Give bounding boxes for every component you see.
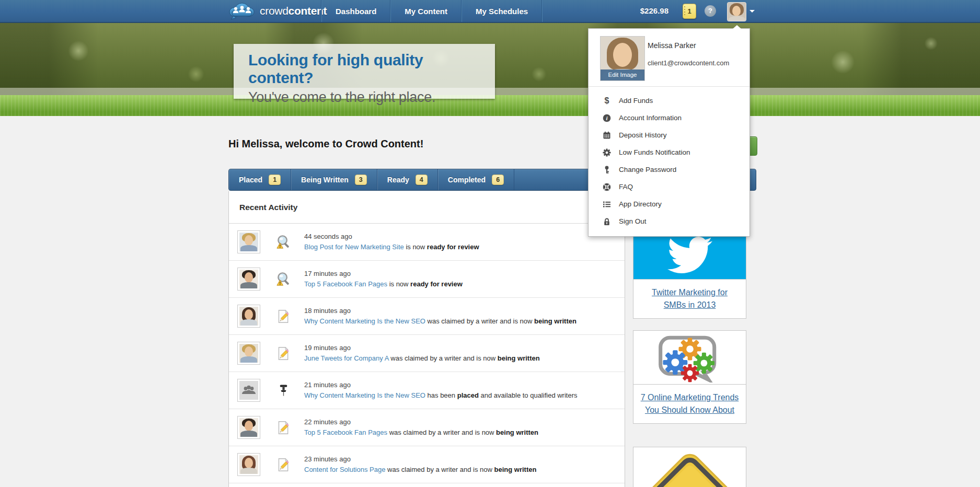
menu-item-faq[interactable]: FAQ	[589, 178, 750, 195]
activity-status: being written	[534, 317, 577, 325]
order-link[interactable]: Top 5 Facebook Fan Pages	[304, 280, 387, 288]
activity-time: 19 minutes ago	[304, 343, 540, 353]
warning-diamond-icon	[633, 447, 746, 487]
avatar	[237, 305, 260, 328]
avatar-placeholder	[237, 379, 260, 402]
being-written-icon	[273, 309, 294, 324]
activity-time: 44 seconds ago	[304, 232, 479, 241]
activity-time: 17 minutes ago	[304, 269, 463, 279]
promo-card-warning	[633, 447, 746, 487]
activity-row: 18 minutes ago Why Content Marketing Is …	[229, 298, 625, 335]
activity-middle: is now	[389, 280, 409, 288]
user-email: client1@crowdcontent.com	[648, 59, 729, 67]
chevron-down-icon[interactable]	[750, 10, 755, 13]
user-avatar[interactable]	[727, 2, 746, 21]
menu-item-sign-out[interactable]: Sign Out	[589, 213, 750, 230]
menu-item-add-funds[interactable]: $ Add Funds	[589, 92, 750, 109]
activity-row: 23 minutes ago Content for Solutions Pag…	[229, 446, 625, 483]
cloud-logo-icon	[228, 2, 256, 20]
activity-row: 44 seconds ago Blog Post for New Marketi…	[229, 224, 625, 261]
activity-text: 19 minutes ago June Tweets for Company A…	[304, 343, 540, 363]
activity-row: 17 minutes ago Top 5 Facebook Fan Pages …	[229, 261, 625, 298]
page-greeting: Hi Melissa, welcome to Crowd Content!	[228, 138, 423, 150]
crowdcontent-logo[interactable]: crowdcontent	[228, 0, 327, 22]
gears-bubble-icon	[633, 331, 746, 384]
avatar	[237, 230, 260, 253]
nav-divider	[541, 0, 543, 22]
tab-ready[interactable]: Ready 4	[377, 169, 438, 190]
tab-label: Placed	[239, 176, 262, 184]
key-icon	[602, 166, 612, 174]
activity-middle: is now	[406, 243, 425, 251]
user-name: Melissa Parker	[648, 41, 696, 50]
activity-row: 22 minutes ago Top 5 Facebook Fan Pages …	[229, 409, 625, 446]
recent-activity-panel: Recent Activity 44 seconds ago Blog Post…	[228, 191, 625, 487]
menu-item-label: Account Information	[619, 114, 682, 122]
order-link[interactable]: Content for Solutions Page	[304, 466, 385, 473]
order-link[interactable]: Top 5 Facebook Fan Pages	[304, 428, 387, 436]
hero-photo: Looking for high quality content? You've…	[0, 23, 980, 116]
activity-text: 18 minutes ago Why Content Marketing Is …	[304, 306, 577, 326]
profile-photo[interactable]: Edit Image	[600, 36, 645, 81]
menu-item-deposit-history[interactable]: Deposit History	[589, 126, 750, 144]
nav-item-dashboard[interactable]: Dashboard	[322, 0, 390, 22]
tab-count-badge: 3	[355, 175, 367, 185]
calendar-icon	[602, 131, 612, 140]
gear-icon	[602, 148, 612, 157]
activity-status: being written	[494, 466, 537, 473]
order-link[interactable]: Blog Post for New Marketing Site	[304, 243, 404, 251]
activity-status: placed	[457, 391, 479, 399]
menu-item-label: FAQ	[619, 183, 633, 191]
tab-being-written[interactable]: Being Written 3	[291, 169, 377, 190]
lock-icon	[602, 217, 612, 226]
tab-count-badge: 6	[492, 175, 504, 185]
activity-text: 21 minutes ago Why Content Marketing Is …	[304, 380, 578, 400]
menu-item-label: Add Funds	[619, 97, 653, 105]
help-icon[interactable]: ?	[705, 5, 716, 17]
ready-for-review-icon	[273, 234, 294, 250]
promo-card-twitter: Twitter Marketing for SMBs in 2013	[633, 230, 746, 319]
nav-item-my-content[interactable]: My Content	[391, 0, 461, 22]
activity-suffix: and available to qualified writers	[481, 391, 578, 399]
avatar-photo	[728, 3, 746, 21]
activity-status: ready for review	[427, 243, 479, 251]
avatar	[237, 268, 260, 291]
ready-for-review-icon	[273, 271, 294, 287]
main-nav: Dashboard My Content My Schedules	[321, 0, 543, 22]
activity-time: 23 minutes ago	[304, 455, 536, 464]
twitter-bird-icon	[633, 231, 746, 279]
order-link[interactable]: June Tweets for Company A	[304, 354, 389, 362]
activity-middle: was claimed by a writer and is now	[389, 428, 494, 436]
activity-text: 44 seconds ago Blog Post for New Marketi…	[304, 232, 479, 252]
info-icon: i	[602, 114, 612, 122]
dropdown-menu: $ Add Funds i Account Information Deposi…	[589, 87, 750, 236]
article-link-marketing-trends[interactable]: 7 Online Marketing Trends You Should Kno…	[641, 393, 739, 414]
activity-time: 18 minutes ago	[304, 306, 577, 316]
menu-item-label: Sign Out	[619, 217, 647, 225]
activity-status: ready for review	[410, 280, 463, 288]
activity-middle: was claimed by a writer and is now	[390, 354, 495, 362]
order-link[interactable]: Why Content Marketing Is the New SEO	[304, 317, 425, 325]
dollar-icon: $	[602, 96, 612, 106]
placed-pushpin-icon	[273, 384, 294, 398]
tab-placed[interactable]: Placed 1	[229, 169, 291, 190]
edit-image-button[interactable]: Edit Image	[601, 69, 644, 80]
notification-badge[interactable]: 1	[683, 4, 696, 19]
activity-status: being written	[496, 428, 538, 436]
activity-status: being written	[498, 354, 540, 362]
order-link[interactable]: Why Content Marketing Is the New SEO	[304, 391, 425, 399]
menu-item-change-password[interactable]: Change Password	[589, 161, 750, 178]
menu-item-low-funds-notification[interactable]: Low Funds Notification	[589, 144, 750, 161]
article-link-twitter-marketing[interactable]: Twitter Marketing for SMBs in 2013	[652, 288, 728, 309]
activity-time: 21 minutes ago	[304, 380, 578, 390]
menu-item-app-directory[interactable]: App Directory	[589, 195, 750, 213]
tab-completed[interactable]: Completed 6	[438, 169, 514, 190]
nav-item-my-schedules[interactable]: My Schedules	[462, 0, 541, 22]
menu-item-account-information[interactable]: i Account Information	[589, 109, 750, 126]
activity-row: 19 minutes ago June Tweets for Company A…	[229, 335, 625, 372]
account-balance[interactable]: $226.98	[631, 0, 668, 22]
hero-message-box: Looking for high quality content? You've…	[234, 44, 495, 99]
lifering-icon	[602, 183, 612, 191]
promo-card-marketing-trends: 7 Online Marketing Trends You Should Kno…	[633, 330, 746, 424]
being-written-icon	[273, 420, 294, 435]
